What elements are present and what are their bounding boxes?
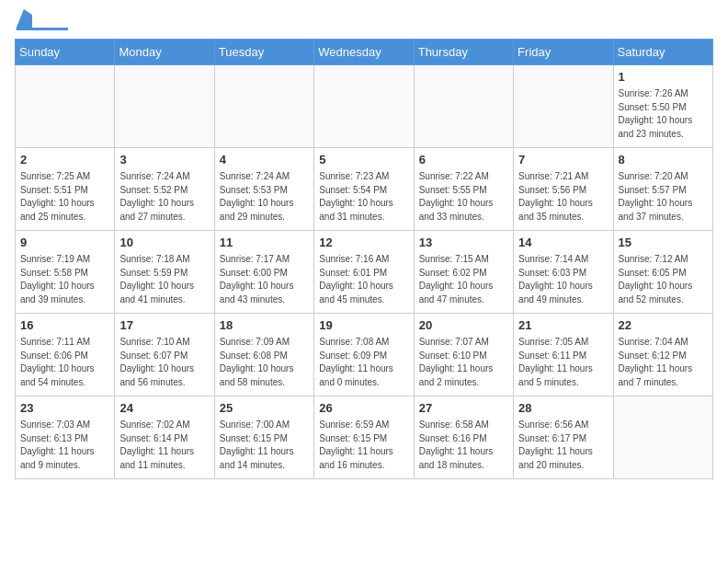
calendar-cell: 24Sunrise: 7:02 AM Sunset: 6:14 PM Dayli… xyxy=(115,396,214,479)
calendar-cell: 5Sunrise: 7:23 AM Sunset: 5:54 PM Daylig… xyxy=(314,148,414,231)
calendar-cell: 13Sunrise: 7:15 AM Sunset: 6:02 PM Dayli… xyxy=(414,231,513,314)
calendar-cell: 12Sunrise: 7:16 AM Sunset: 6:01 PM Dayli… xyxy=(314,231,414,314)
day-number: 26 xyxy=(319,400,408,417)
calendar-cell: 23Sunrise: 7:03 AM Sunset: 6:13 PM Dayli… xyxy=(16,396,115,479)
day-info: Sunrise: 6:59 AM Sunset: 6:15 PM Dayligh… xyxy=(319,419,408,472)
day-number: 14 xyxy=(518,235,608,251)
calendar-cell xyxy=(414,65,513,148)
day-info: Sunrise: 7:10 AM Sunset: 6:07 PM Dayligh… xyxy=(119,336,209,389)
day-info: Sunrise: 7:12 AM Sunset: 6:05 PM Dayligh… xyxy=(619,253,708,306)
day-info: Sunrise: 7:09 AM Sunset: 6:08 PM Dayligh… xyxy=(220,336,309,389)
calendar-cell: 4Sunrise: 7:24 AM Sunset: 5:53 PM Daylig… xyxy=(214,148,313,231)
calendar-table: SundayMondayTuesdayWednesdayThursdayFrid… xyxy=(15,39,713,479)
day-info: Sunrise: 7:18 AM Sunset: 5:59 PM Dayligh… xyxy=(119,253,209,306)
day-number: 7 xyxy=(518,152,608,168)
calendar-cell: 2Sunrise: 7:25 AM Sunset: 5:51 PM Daylig… xyxy=(16,148,115,231)
day-info: Sunrise: 7:24 AM Sunset: 5:53 PM Dayligh… xyxy=(220,170,309,224)
logo-arrow-icon xyxy=(16,9,32,29)
day-header-tuesday: Tuesday xyxy=(214,40,313,65)
day-number: 27 xyxy=(419,400,508,417)
day-info: Sunrise: 6:56 AM Sunset: 6:17 PM Dayligh… xyxy=(518,419,608,472)
day-number: 15 xyxy=(619,235,708,251)
calendar-cell: 18Sunrise: 7:09 AM Sunset: 6:08 PM Dayli… xyxy=(214,314,313,396)
calendar-cell xyxy=(115,65,214,148)
day-number: 13 xyxy=(419,235,508,251)
calendar-cell: 3Sunrise: 7:24 AM Sunset: 5:52 PM Daylig… xyxy=(115,148,214,231)
day-number: 20 xyxy=(419,317,508,334)
day-info: Sunrise: 7:14 AM Sunset: 6:03 PM Dayligh… xyxy=(518,253,608,306)
day-info: Sunrise: 6:58 AM Sunset: 6:16 PM Dayligh… xyxy=(419,419,508,472)
week-row-4: 16Sunrise: 7:11 AM Sunset: 6:06 PM Dayli… xyxy=(16,314,713,396)
calendar-cell: 27Sunrise: 6:58 AM Sunset: 6:16 PM Dayli… xyxy=(414,396,513,479)
calendar-cell: 21Sunrise: 7:05 AM Sunset: 6:11 PM Dayli… xyxy=(514,314,613,396)
day-number: 8 xyxy=(619,152,708,168)
calendar-cell: 7Sunrise: 7:21 AM Sunset: 5:56 PM Daylig… xyxy=(514,148,613,231)
day-info: Sunrise: 7:26 AM Sunset: 5:50 PM Dayligh… xyxy=(619,87,708,141)
calendar-cell: 19Sunrise: 7:08 AM Sunset: 6:09 PM Dayli… xyxy=(314,314,414,396)
calendar-cell: 28Sunrise: 6:56 AM Sunset: 6:17 PM Dayli… xyxy=(514,396,613,479)
calendar-cell: 25Sunrise: 7:00 AM Sunset: 6:15 PM Dayli… xyxy=(214,396,313,479)
calendar-cell: 8Sunrise: 7:20 AM Sunset: 5:57 PM Daylig… xyxy=(613,148,712,231)
calendar-cell: 17Sunrise: 7:10 AM Sunset: 6:07 PM Dayli… xyxy=(115,314,214,396)
day-info: Sunrise: 7:15 AM Sunset: 6:02 PM Dayligh… xyxy=(419,253,508,306)
calendar-cell: 10Sunrise: 7:18 AM Sunset: 5:59 PM Dayli… xyxy=(115,231,214,314)
calendar-cell: 20Sunrise: 7:07 AM Sunset: 6:10 PM Dayli… xyxy=(414,314,513,396)
day-header-thursday: Thursday xyxy=(414,40,513,65)
page-header xyxy=(15,15,713,31)
day-info: Sunrise: 7:02 AM Sunset: 6:14 PM Dayligh… xyxy=(119,419,209,472)
calendar-cell: 22Sunrise: 7:04 AM Sunset: 6:12 PM Dayli… xyxy=(613,314,712,396)
calendar-cell: 16Sunrise: 7:11 AM Sunset: 6:06 PM Dayli… xyxy=(16,314,115,396)
day-info: Sunrise: 7:23 AM Sunset: 5:54 PM Dayligh… xyxy=(319,170,408,224)
day-info: Sunrise: 7:19 AM Sunset: 5:58 PM Dayligh… xyxy=(20,253,109,306)
day-number: 21 xyxy=(518,317,608,334)
calendar-cell xyxy=(613,396,712,479)
day-number: 12 xyxy=(319,235,408,251)
day-info: Sunrise: 7:00 AM Sunset: 6:15 PM Dayligh… xyxy=(220,419,309,472)
day-number: 9 xyxy=(20,235,109,251)
day-number: 10 xyxy=(119,235,209,251)
day-number: 3 xyxy=(119,152,209,168)
day-number: 28 xyxy=(518,400,608,417)
day-info: Sunrise: 7:11 AM Sunset: 6:06 PM Dayligh… xyxy=(20,336,109,389)
week-row-5: 23Sunrise: 7:03 AM Sunset: 6:13 PM Dayli… xyxy=(16,396,713,479)
week-row-3: 9Sunrise: 7:19 AM Sunset: 5:58 PM Daylig… xyxy=(16,231,713,314)
day-number: 25 xyxy=(220,400,309,417)
calendar-cell: 6Sunrise: 7:22 AM Sunset: 5:55 PM Daylig… xyxy=(414,148,513,231)
day-info: Sunrise: 7:03 AM Sunset: 6:13 PM Dayligh… xyxy=(20,419,109,472)
day-number: 1 xyxy=(619,69,708,86)
logo-underline xyxy=(17,28,68,30)
calendar-cell: 11Sunrise: 7:17 AM Sunset: 6:00 PM Dayli… xyxy=(214,231,313,314)
day-info: Sunrise: 7:21 AM Sunset: 5:56 PM Dayligh… xyxy=(518,170,608,224)
day-header-saturday: Saturday xyxy=(613,40,712,65)
calendar-cell xyxy=(16,65,115,148)
calendar-header-row: SundayMondayTuesdayWednesdayThursdayFrid… xyxy=(16,40,713,65)
day-header-monday: Monday xyxy=(115,40,214,65)
day-number: 23 xyxy=(20,400,109,417)
day-info: Sunrise: 7:20 AM Sunset: 5:57 PM Dayligh… xyxy=(619,170,708,224)
calendar-cell xyxy=(214,65,313,148)
calendar-cell: 1Sunrise: 7:26 AM Sunset: 5:50 PM Daylig… xyxy=(613,65,712,148)
day-number: 18 xyxy=(220,317,309,334)
calendar-cell xyxy=(314,65,414,148)
calendar-cell: 15Sunrise: 7:12 AM Sunset: 6:05 PM Dayli… xyxy=(613,231,712,314)
day-number: 17 xyxy=(119,317,209,334)
day-info: Sunrise: 7:16 AM Sunset: 6:01 PM Dayligh… xyxy=(319,253,408,306)
day-header-sunday: Sunday xyxy=(16,40,115,65)
day-info: Sunrise: 7:24 AM Sunset: 5:52 PM Dayligh… xyxy=(119,170,209,224)
day-info: Sunrise: 7:22 AM Sunset: 5:55 PM Dayligh… xyxy=(419,170,508,224)
calendar-cell xyxy=(514,65,613,148)
week-row-1: 1Sunrise: 7:26 AM Sunset: 5:50 PM Daylig… xyxy=(16,65,713,148)
calendar-cell: 14Sunrise: 7:14 AM Sunset: 6:03 PM Dayli… xyxy=(514,231,613,314)
day-info: Sunrise: 7:25 AM Sunset: 5:51 PM Dayligh… xyxy=(20,170,109,224)
day-number: 2 xyxy=(20,152,109,168)
day-info: Sunrise: 7:08 AM Sunset: 6:09 PM Dayligh… xyxy=(319,336,408,389)
day-number: 4 xyxy=(220,152,309,168)
logo xyxy=(15,15,68,31)
day-number: 6 xyxy=(419,152,508,168)
day-info: Sunrise: 7:04 AM Sunset: 6:12 PM Dayligh… xyxy=(619,336,708,389)
day-number: 22 xyxy=(619,317,708,334)
day-number: 24 xyxy=(119,400,209,417)
calendar-cell: 9Sunrise: 7:19 AM Sunset: 5:58 PM Daylig… xyxy=(16,231,115,314)
day-info: Sunrise: 7:17 AM Sunset: 6:00 PM Dayligh… xyxy=(220,253,309,306)
day-header-friday: Friday xyxy=(514,40,613,65)
